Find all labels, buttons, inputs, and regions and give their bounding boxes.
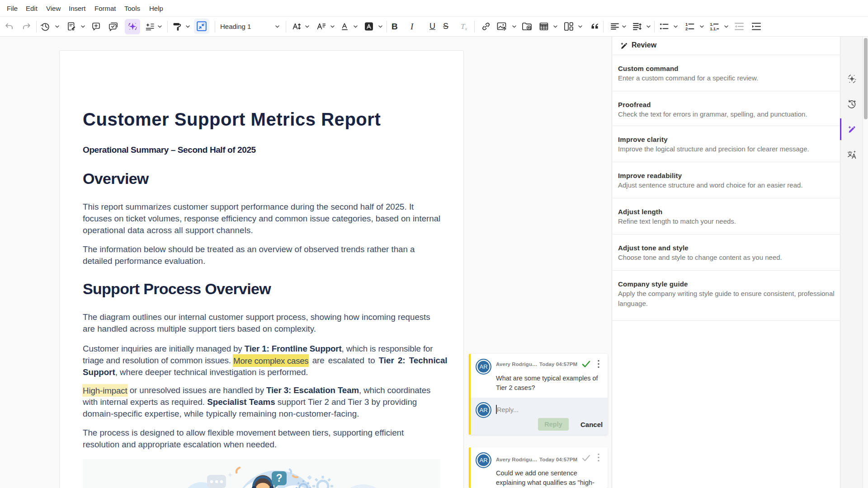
svg-text:?: ? [276,472,282,484]
svg-text:2: 2 [685,26,688,31]
svg-text:1: 1 [685,22,688,27]
svg-text:1.1.: 1.1. [710,27,717,31]
svg-text:1.: 1. [710,22,714,27]
